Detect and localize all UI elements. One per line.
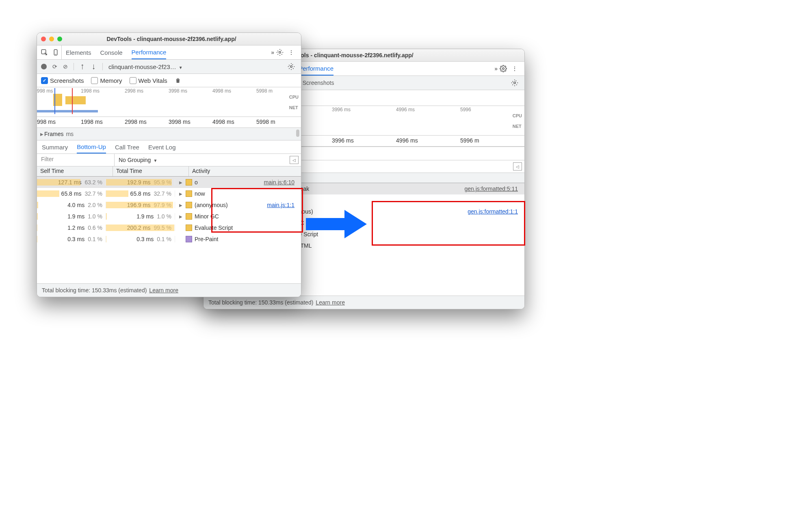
frames-label: Frames [44, 131, 63, 137]
activity-type-icon [186, 213, 192, 220]
reload-icon[interactable]: ⟳ [52, 63, 57, 70]
clear-icon[interactable]: ⊘ [63, 63, 68, 70]
time-tick: 4998 ms [212, 87, 256, 94]
activity-name: now [195, 190, 205, 197]
col-self-time[interactable]: Self Time [37, 166, 113, 176]
url-selector[interactable]: clinquant-mousse-2f23… [108, 63, 183, 70]
overflow-icon[interactable]: » [271, 49, 274, 56]
time-tick: 5996 m [460, 136, 524, 146]
overview-timeline[interactable]: 998 ms1998 ms2998 ms3998 ms4998 ms5998 m… [37, 87, 301, 117]
cpu-label: CPU [289, 95, 299, 99]
upload-icon[interactable]: ⭡ [80, 63, 85, 70]
col-total-time[interactable]: Total Time [113, 166, 189, 176]
learn-more-link[interactable]: Learn more [316, 299, 345, 306]
time-tick: 998 ms [37, 117, 81, 127]
table-row[interactable]: 65.8 ms32.7 %65.8 ms32.7 %▶now [37, 188, 301, 199]
settings-gear-icon[interactable] [498, 65, 509, 72]
overflow-icon[interactable]: » [494, 65, 498, 72]
svg-point-5 [279, 52, 281, 54]
options-row: Screenshots Memory Web Vitals [37, 74, 301, 87]
tab-elements[interactable]: Elements [66, 46, 91, 59]
activity-name: Pre-Paint [195, 236, 218, 242]
svg-point-6 [290, 66, 292, 68]
cpu-label: CPU [513, 113, 522, 118]
traffic-lights[interactable] [41, 37, 62, 41]
time-tick: 2998 ms [125, 117, 169, 127]
webvitals-label: Web Vitals [139, 77, 167, 84]
tab-call-tree[interactable]: Call Tree [115, 141, 139, 153]
record-button-icon[interactable] [41, 64, 47, 69]
blocking-time-text: Total blocking time: 150.33ms (estimated… [208, 299, 313, 306]
collapse-button[interactable]: ◁ [290, 156, 299, 164]
col-activity[interactable]: Activity [189, 166, 301, 176]
time-tick: 1998 ms [81, 87, 125, 94]
expand-triangle-icon[interactable]: ▶ [178, 192, 183, 196]
time-tick: 3996 ms [332, 136, 396, 146]
table-row[interactable]: 0.3 ms0.1 %0.3 ms0.1 %Pre-Paint [37, 233, 301, 245]
tab-console[interactable]: Console [100, 46, 123, 59]
kebab-menu-icon[interactable]: ⋮ [509, 65, 520, 72]
time-tick: 998 ms [37, 87, 81, 94]
memory-checkbox[interactable] [91, 77, 98, 84]
time-tick: 2998 ms [125, 87, 169, 94]
source-link[interactable]: gen.js:formatted:1:1 [468, 208, 521, 215]
scrollbar[interactable] [296, 130, 299, 137]
filter-input[interactable]: Filter [37, 154, 115, 166]
tab-performance[interactable]: Performance [299, 62, 333, 76]
expand-triangle-icon[interactable]: ▶ [178, 180, 183, 185]
device-icon[interactable] [50, 45, 62, 59]
blocking-time-text: Total blocking time: 150.33ms (estimated… [42, 287, 147, 294]
tab-summary[interactable]: Summary [42, 141, 68, 153]
download-icon[interactable]: ⭣ [91, 63, 97, 70]
source-link[interactable]: gen.js:formatted:5:11 [464, 186, 521, 192]
trash-icon[interactable] [175, 77, 181, 84]
table-row[interactable]: 1.2 ms0.6 %200.2 ms99.5 %Evaluate Script [37, 222, 301, 233]
source-link[interactable]: main.js:6:10 [264, 179, 298, 186]
screenshots-checkbox[interactable] [41, 77, 48, 84]
titlebar: DevTools - clinquant-mousse-2f2396.netli… [37, 33, 301, 45]
table-row[interactable]: 4.0 ms2.0 %196.9 ms97.9 %▶(anonymous)mai… [37, 199, 301, 211]
settings-gear-icon[interactable] [509, 79, 520, 86]
footer: Total blocking time: 150.33ms (estimated… [37, 283, 301, 297]
collapse-button[interactable]: ◁ [513, 162, 522, 171]
time-tick: 1998 ms [81, 117, 125, 127]
expand-triangle-icon[interactable]: ▶ [178, 214, 183, 219]
activity-rows: 127.1 ms63.2 %192.9 ms95.9 %▶omain.js:6:… [37, 177, 301, 245]
inspect-icon[interactable] [39, 45, 50, 59]
time-tick: 4996 ms [396, 136, 460, 146]
column-headers: Self Time Total Time Activity [37, 166, 301, 177]
webvitals-checkbox[interactable] [130, 77, 136, 84]
tab-event-log[interactable]: Event Log [148, 141, 176, 153]
flame-chart [53, 94, 98, 106]
table-row[interactable]: 1.9 ms1.0 %1.9 ms1.0 %▶Minor GC [37, 211, 301, 222]
table-row[interactable]: 127.1 ms63.2 %192.9 ms95.9 %▶omain.js:6:… [37, 177, 301, 188]
learn-more-link[interactable]: Learn more [149, 287, 178, 294]
tab-bottom-up[interactable]: Bottom-Up [77, 141, 106, 153]
activity-type-icon [186, 202, 192, 208]
main-tab-bar: ElementsConsolePerformance » ⋮ [37, 45, 301, 60]
memory-label: Memory [100, 77, 122, 84]
activity-type-icon [186, 225, 192, 231]
settings-gear-icon[interactable] [274, 49, 286, 56]
details-tabs: SummaryBottom-UpCall TreeEvent Log [37, 140, 301, 154]
filter-row: Filter No Grouping ◁ [37, 154, 301, 166]
time-tick: 5996 [460, 106, 524, 112]
source-link[interactable]: main.js:1:1 [267, 202, 298, 208]
activity-name: (anonymous) [195, 202, 228, 208]
kebab-menu-icon[interactable]: ⋮ [286, 49, 297, 56]
settings-gear-icon[interactable] [286, 63, 297, 70]
activity-type-icon [186, 179, 192, 186]
time-ruler[interactable]: 998 ms1998 ms2998 ms3998 ms4998 ms5998 m [37, 117, 301, 128]
time-tick: 5998 m [256, 87, 300, 94]
time-tick: 3996 ms [332, 106, 396, 112]
window-title: DevTools - clinquant-mousse-2f2396.netli… [66, 36, 277, 42]
expand-triangle-icon[interactable]: ▶ [178, 203, 183, 207]
time-tick: 4996 ms [396, 106, 460, 112]
time-tick: 3998 ms [169, 87, 212, 94]
expand-triangle-icon[interactable]: ▶ [39, 132, 44, 136]
tab-performance[interactable]: Performance [132, 46, 167, 59]
frames-row[interactable]: ▶ Frames ms [37, 128, 301, 140]
col-activity[interactable]: Activity [267, 173, 524, 183]
activity-type-icon [186, 190, 192, 197]
grouping-dropdown[interactable]: No Grouping [119, 157, 157, 163]
